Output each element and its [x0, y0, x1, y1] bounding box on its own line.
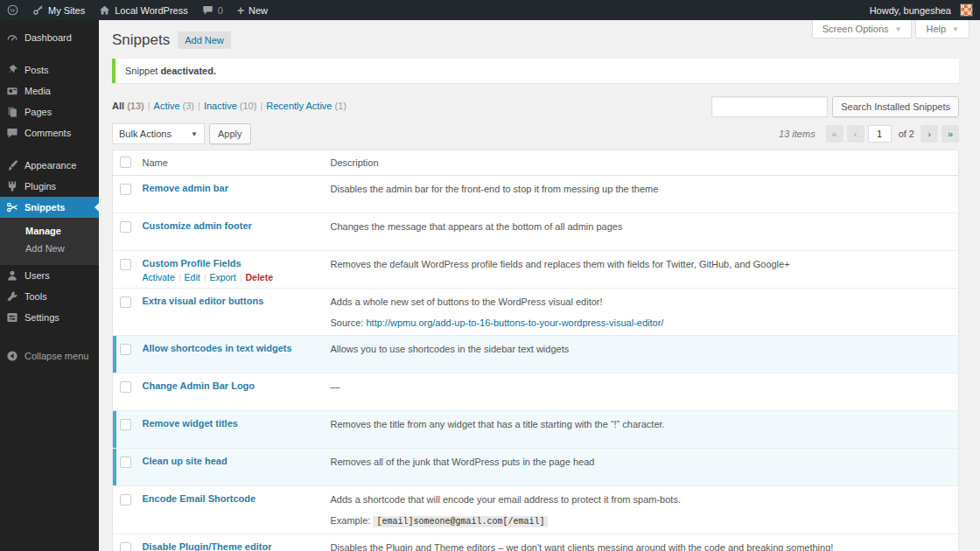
- screen-meta-links: Screen Options ▼ Help ▼: [812, 20, 970, 38]
- snippet-name-link[interactable]: Remove admin bar: [143, 183, 228, 193]
- snippet-description: Adds a whole new set of buttons to the W…: [331, 296, 952, 309]
- submenu-item-add-new[interactable]: Add New: [0, 240, 99, 257]
- filter-inactive[interactable]: Inactive (10): [204, 101, 257, 111]
- row-checkbox[interactable]: [120, 419, 131, 430]
- sidebar-item-plugins[interactable]: Plugins: [0, 176, 99, 197]
- sidebar-item-comments[interactable]: Comments: [0, 122, 99, 143]
- sidebar-item-posts[interactable]: Posts: [0, 59, 99, 80]
- filter-separator: |: [260, 101, 262, 111]
- snippet-name-link[interactable]: Clean up site head: [143, 456, 228, 466]
- snippet-name-link[interactable]: Extra visual editor buttons: [143, 296, 264, 306]
- row-checkbox[interactable]: [120, 542, 131, 551]
- current-page-input[interactable]: [868, 125, 892, 143]
- snippet-row: Encode Email ShortcodeAdds a shortcode t…: [113, 486, 959, 534]
- snippet-row: Change Admin Bar Logo—: [113, 373, 959, 411]
- row-checkbox[interactable]: [120, 184, 131, 195]
- filter-count: (1): [335, 101, 346, 111]
- bulk-actions-select[interactable]: Bulk Actions ▼: [112, 123, 205, 144]
- wp-logo-menu[interactable]: W: [0, 0, 25, 20]
- plus-icon: +: [237, 4, 244, 17]
- row-checkbox[interactable]: [120, 259, 131, 270]
- apply-button[interactable]: Apply: [209, 123, 251, 144]
- snippet-name-link[interactable]: Allow shortcodes in text widgets: [143, 343, 292, 353]
- sidebar-item-dashboard[interactable]: Dashboard: [0, 27, 99, 48]
- account-menu[interactable]: Howdy, bungeshea: [863, 0, 980, 20]
- filter-all[interactable]: All (13): [112, 101, 144, 111]
- snippet-description: —: [331, 380, 952, 394]
- snippet-name-link[interactable]: Encode Email Shortcode: [143, 493, 256, 504]
- sidebar-item-label: Tools: [24, 291, 47, 302]
- snippet-description: Removes all of the junk that WordPress p…: [331, 456, 952, 469]
- name-column-header: Name: [136, 150, 324, 176]
- sidebar-item-users[interactable]: Users: [0, 265, 99, 286]
- prev-page-button[interactable]: ‹: [847, 125, 864, 143]
- row-checkbox[interactable]: [120, 221, 131, 233]
- scissors-icon: [6, 201, 18, 213]
- row-action-delete[interactable]: Delete: [246, 272, 274, 282]
- status-filters: All (13)|Active (3)|Inactive (10)|Recent…: [112, 96, 346, 111]
- snippet-name-link[interactable]: Disable Plugin/Theme editor: [143, 541, 272, 551]
- row-checkbox[interactable]: [120, 296, 131, 308]
- total-pages-label: of 2: [899, 129, 914, 139]
- content-area: Screen Options ▼ Help ▼ Snippets Add New…: [99, 20, 980, 551]
- sidebar-item-tools[interactable]: Tools: [0, 286, 99, 307]
- row-action-export[interactable]: Export: [209, 272, 235, 282]
- sidebar-item-snippets[interactable]: Snippets: [0, 197, 99, 218]
- new-content-menu[interactable]: + New: [230, 0, 275, 20]
- my-sites-menu[interactable]: My Sites: [25, 0, 92, 20]
- my-sites-label: My Sites: [48, 5, 85, 16]
- filter-active[interactable]: Active (3): [154, 101, 194, 111]
- row-action-activate[interactable]: Activate: [143, 272, 175, 282]
- last-page-button[interactable]: »: [942, 125, 959, 143]
- appearance-icon: [6, 159, 18, 171]
- sidebar-item-media[interactable]: Media: [0, 80, 99, 101]
- action-separator: |: [178, 272, 181, 282]
- first-page-button[interactable]: «: [826, 125, 844, 143]
- snippet-row: Allow shortcodes in text widgetsAllows y…: [113, 336, 959, 373]
- admin-bar: W My Sites Local WordPress 0 + New: [0, 0, 980, 20]
- sidebar-item-label: Pages: [24, 107, 52, 117]
- search-form: Search Installed Snippets: [711, 96, 959, 117]
- comments-shortcut[interactable]: 0: [195, 0, 230, 20]
- filter-count: (13): [127, 101, 144, 111]
- submenu-item-manage[interactable]: Manage: [0, 222, 99, 240]
- description-link[interactable]: http://wpmu.org/add-up-to-16-buttons-to-…: [366, 317, 663, 328]
- add-new-button[interactable]: Add New: [178, 31, 231, 49]
- admin-bar-left: W My Sites Local WordPress 0 + New: [0, 0, 275, 20]
- comments-icon: [6, 127, 18, 139]
- row-checkbox[interactable]: [120, 494, 131, 506]
- plugins-icon: [6, 180, 18, 192]
- snippet-name-link[interactable]: Custom Profile Fields: [143, 258, 242, 269]
- sidebar-item-appearance[interactable]: Appearance: [0, 155, 99, 176]
- admin-bar-right: Howdy, bungeshea: [863, 0, 980, 20]
- search-input[interactable]: [711, 96, 828, 117]
- row-action-edit[interactable]: Edit: [185, 272, 200, 282]
- sidebar-item-pages[interactable]: Pages: [0, 101, 99, 122]
- help-tab[interactable]: Help ▼: [915, 20, 970, 38]
- snippet-description: Removes the default WordPress profile fi…: [331, 258, 952, 271]
- screen-options-label: Screen Options: [822, 24, 889, 34]
- avatar: [960, 3, 973, 17]
- filter-recently-active[interactable]: Recently Active (1): [266, 101, 346, 111]
- snippet-row: Custom Profile FieldsActivate|Edit|Expor…: [113, 251, 959, 289]
- collapse-menu-button[interactable]: Collapse menu: [0, 345, 99, 366]
- sidebar-item-label: Snippets: [24, 202, 65, 213]
- site-menu[interactable]: Local WordPress: [92, 0, 195, 20]
- row-checkbox[interactable]: [120, 344, 131, 355]
- sidebar-item-label: Appearance: [24, 160, 76, 171]
- screen-options-tab[interactable]: Screen Options ▼: [812, 20, 913, 38]
- filter-search-row: All (13)|Active (3)|Inactive (10)|Recent…: [112, 96, 959, 117]
- search-submit-button[interactable]: Search Installed Snippets: [832, 96, 959, 117]
- sidebar-item-settings[interactable]: Settings: [0, 307, 99, 328]
- row-checkbox[interactable]: [120, 381, 131, 393]
- chevron-down-icon: ▼: [895, 25, 902, 33]
- snippet-name-link[interactable]: Customize admin footer: [143, 220, 252, 231]
- next-page-button[interactable]: ›: [920, 125, 938, 143]
- new-label: New: [248, 5, 268, 16]
- collapse-menu-label: Collapse menu: [24, 351, 88, 361]
- row-checkbox[interactable]: [120, 457, 131, 468]
- select-all-checkbox[interactable]: [120, 157, 131, 168]
- snippet-name-link[interactable]: Change Admin Bar Logo: [143, 380, 256, 391]
- snippet-name-link[interactable]: Remove widget titles: [143, 418, 238, 429]
- site-name-label: Local WordPress: [115, 5, 188, 16]
